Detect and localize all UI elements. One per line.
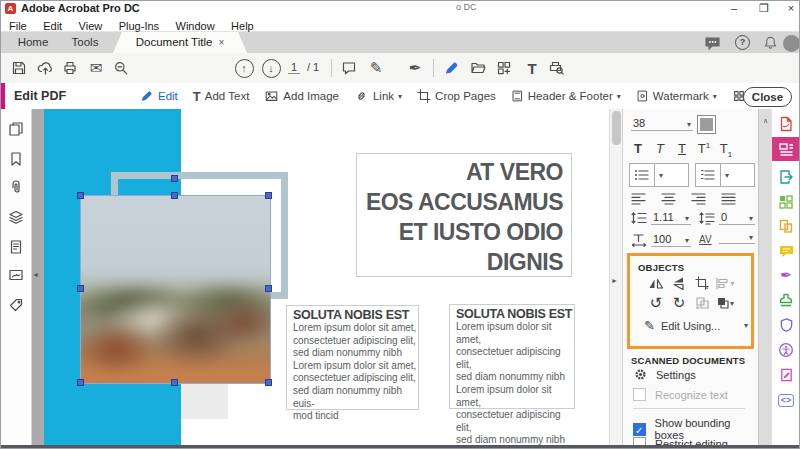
header-footer-button[interactable]: Header & Footer ▾ [511,89,621,103]
organize-pages-icon[interactable] [776,216,796,236]
panel-scrollbar[interactable]: ∧ [758,109,772,445]
page-thumbnails-icon[interactable] [8,121,24,137]
notifications-bell-icon[interactable] [763,35,781,51]
selection-handle[interactable] [171,192,178,199]
tab-tools[interactable]: Tools [61,32,109,53]
watermark-button[interactable]: Watermark ▾ [636,89,717,103]
align-objects-button[interactable]: ▾ [715,274,735,292]
horizontal-scale-select[interactable]: 100 ▾ [651,233,691,247]
add-image-button[interactable]: Add Image [264,89,339,103]
open-folder-icon[interactable] [467,57,489,79]
search-zoom-icon[interactable] [110,57,132,79]
protect-shield-icon[interactable] [776,315,796,335]
edit-using-button[interactable]: ✎ Edit Using... ▾ [644,318,748,333]
minimize-button[interactable]: – [723,1,745,15]
javascript-tool-icon[interactable]: <> [776,390,796,410]
kerning-select[interactable]: ▾ [719,233,755,244]
text-column-1[interactable]: SOLUTA NOBIS EST Lorem ipsum dolor sit a… [286,305,419,410]
add-text-button[interactable]: T Add Text [193,89,250,104]
fill-sign-icon[interactable]: ✒ [776,265,796,285]
flip-vertical-button[interactable] [669,274,689,292]
selection-handle[interactable] [77,285,84,292]
subscript-button[interactable]: T1 [715,141,737,159]
pencil-markup-icon[interactable]: ✎ [365,57,387,79]
headline-text-box[interactable]: AT VERO EOS ACCUSAMUS ET IUSTO ODIO DIGN… [356,153,572,277]
selection-handle[interactable] [265,379,272,386]
stamp-tool-icon[interactable] [776,290,796,310]
print-button[interactable] [59,57,81,79]
bullet-list-select[interactable]: ▾ [629,163,689,187]
justify-button[interactable] [721,193,737,205]
close-window-button[interactable]: × [780,1,800,15]
signature-pen-icon[interactable]: ✒ [404,57,426,79]
rotate-clockwise-button[interactable]: ↻ [669,294,689,312]
scroll-up-icon[interactable]: ∧ [763,117,768,124]
collapse-panel-icon[interactable]: ► [611,277,618,284]
export-pdf-icon[interactable] [776,167,796,187]
crop-object-button[interactable] [692,274,712,292]
replace-image-button[interactable] [692,294,712,312]
attachments-icon[interactable] [8,179,24,195]
bookmarks-icon[interactable] [8,151,24,167]
line-spacing-select[interactable]: 1.11 ▾ [651,211,691,225]
flip-horizontal-button[interactable] [646,274,666,292]
destinations-icon[interactable] [8,239,24,255]
recognize-text-checkbox[interactable]: Recognize text [633,388,728,401]
share-cloud-icon[interactable] [34,57,56,79]
tab-close-icon[interactable]: × [218,37,224,48]
underline-button[interactable]: T [671,141,693,159]
page-number-input[interactable]: 1 [288,61,300,74]
selection-handle[interactable] [265,192,272,199]
scrollbar-thumb[interactable] [612,111,621,145]
tab-home[interactable]: Home [9,32,57,53]
help-icon[interactable]: ? [735,35,753,51]
superscript-button[interactable]: T1 [693,141,715,159]
rotate-counterclockwise-button[interactable]: ↺ [646,294,666,312]
numbered-list-select[interactable]: ▾ [695,163,755,187]
add-text-tool-icon[interactable]: T [521,57,543,79]
selected-image[interactable] [80,195,271,384]
text-column-2[interactable]: SOLUTA NOBIS EST Lorem ipsum dolor sit a… [449,304,575,409]
edit-pdf-active-tool[interactable] [772,137,800,161]
edit-pdf-tool-icon[interactable] [440,57,462,79]
italic-button[interactable]: T [649,141,671,159]
maximize-button[interactable]: ❐ [753,1,775,15]
comment-bubble-icon[interactable] [338,57,360,79]
paragraph-spacing-select[interactable]: 0 ▾ [719,211,755,225]
tags-icon[interactable] [8,297,24,313]
comments-panel-icon[interactable] [704,35,722,51]
font-size-select[interactable]: 38 ▾ [631,117,693,131]
scan-settings-button[interactable]: Settings [633,367,696,382]
edit-mode-button[interactable]: Edit [139,89,178,103]
align-right-button[interactable] [691,193,707,205]
selection-handle[interactable] [265,285,272,292]
arrange-objects-button[interactable]: ▾ [715,294,735,312]
align-center-button[interactable] [661,193,677,205]
crop-pages-button[interactable]: Crop Pages [417,89,496,103]
user-avatar[interactable] [783,35,800,51]
layers-icon[interactable] [8,209,24,225]
font-color-swatch[interactable] [697,115,716,134]
selection-handle[interactable] [77,192,84,199]
comment-tool-icon[interactable] [776,241,796,261]
bold-button[interactable]: T [627,141,649,159]
combine-files-icon[interactable] [776,192,796,212]
accessibility-icon[interactable] [776,340,796,360]
prepare-form-icon[interactable] [776,365,796,385]
page-gray-shape[interactable] [181,384,228,419]
save-button[interactable] [8,57,30,79]
next-page-button[interactable]: ↓ [260,57,282,79]
tab-document-title[interactable]: Document Title× [113,32,247,53]
previous-page-button[interactable]: ↑ [233,57,255,79]
collapse-sidebar-icon[interactable]: ◄ [32,271,39,278]
print-search-icon[interactable] [545,57,567,79]
email-button[interactable]: ✉ [85,57,107,79]
selection-handle[interactable] [171,379,178,386]
link-button[interactable]: Link ▾ [354,89,402,103]
scan-pages-icon[interactable] [493,57,515,79]
selection-handle[interactable] [171,175,178,182]
selection-handle[interactable] [77,379,84,386]
align-left-button[interactable] [631,193,647,205]
create-pdf-icon[interactable] [776,114,796,134]
close-edit-pdf-button[interactable]: Close [743,87,792,107]
